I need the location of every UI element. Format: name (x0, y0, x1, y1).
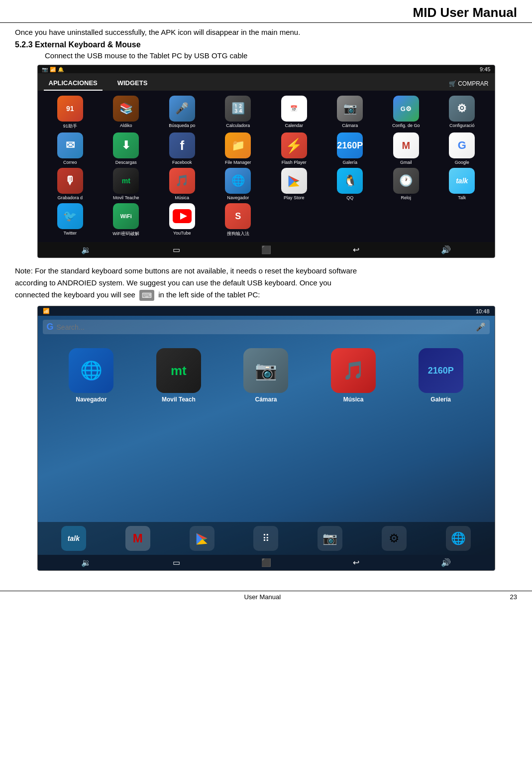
app-correo[interactable]: ✉ Correo (44, 132, 97, 165)
app-twitter[interactable]: 🐦 Twitter (44, 203, 97, 237)
app2-label-musica: Música (343, 396, 364, 403)
app-descargas[interactable]: ⬇ Descargas (100, 132, 153, 165)
app-label-camara: Cámara (342, 123, 358, 128)
app-calendar[interactable]: 📅 Calendar (268, 96, 321, 129)
app-config[interactable]: ⚙ Configuració (435, 96, 489, 129)
app-sougou[interactable]: S 搜狗输入法 (212, 203, 265, 237)
app-google[interactable]: G Google (435, 132, 489, 165)
app-91[interactable]: 91 91助手 (44, 96, 97, 129)
app-label-config-g: Config. de Go (392, 123, 420, 128)
statusbar2-signal: 📶 (43, 308, 50, 314)
app-icon-config: ⚙ (449, 96, 475, 122)
note-line4: in the left side of the tablet PC: (158, 290, 260, 299)
app2-galeria[interactable]: 2160P Galería (409, 348, 473, 512)
app-icon-playstore (281, 168, 307, 194)
app-busqueda[interactable]: 🎤 Búsqueda po (156, 96, 209, 129)
page-number: 23 (510, 593, 517, 601)
app-icon-filemanager: 📁 (225, 132, 251, 158)
app2-icon-camara: 📷 (243, 348, 288, 393)
nav2-home[interactable]: ⬛ (261, 558, 271, 567)
app-filemanager[interactable]: 📁 File Manager (212, 132, 265, 165)
app-label-playstore: Play Store (284, 195, 305, 200)
search-bar-2[interactable]: G 🎤 (43, 320, 490, 334)
app-grabadora[interactable]: 🎙 Grabadora d (44, 168, 97, 200)
dock-camera[interactable]: 📷 (318, 526, 342, 551)
app-label-reloj: Reloj (401, 195, 411, 200)
app2-label-movil: Movil Teach (162, 396, 196, 403)
tab-aplicaciones[interactable]: APLICACIONES (44, 76, 103, 91)
app-label-galeria: Galería (342, 160, 357, 165)
dock-apps[interactable]: ⠿ (253, 526, 278, 551)
app-flash[interactable]: ⚡ Flash Player (268, 132, 321, 165)
nav-home[interactable]: ⬛ (261, 245, 271, 255)
mic-icon-2[interactable]: 🎤 (476, 322, 486, 332)
nav-volume-up[interactable]: 🔊 (441, 245, 451, 255)
app-icon-descargas: ⬇ (113, 132, 139, 158)
app-musica[interactable]: 🎵 Música (156, 168, 209, 200)
app-gmail[interactable]: M Gmail (380, 132, 433, 165)
nav2-volume-up[interactable]: 🔊 (441, 558, 451, 567)
app-icon-91: 91 (57, 96, 83, 122)
intro-text: Once you have uninstalled successfully, … (15, 28, 517, 36)
nav2-volume-down[interactable]: 🔉 (81, 558, 91, 567)
dock-playstore[interactable] (190, 526, 214, 551)
app-label-google: Google (455, 160, 469, 165)
app-calc[interactable]: 🔢 Calculadora (212, 96, 265, 129)
app-label-grabadora: Grabadora d (57, 195, 83, 200)
app-label-musica: Música (175, 195, 189, 200)
app-movil[interactable]: mt Movil Teache (100, 168, 153, 200)
app-label-talk: Talk (458, 195, 466, 200)
app2-label-galeria: Galería (430, 396, 451, 403)
footer-center: User Manual (244, 593, 281, 601)
app2-navegador[interactable]: 🌐 Navegador (59, 348, 123, 512)
nav-volume-down[interactable]: 🔉 (81, 245, 91, 255)
tab-widgets[interactable]: WIDGETS (112, 76, 153, 91)
nav-menu[interactable]: ▭ (173, 245, 180, 255)
android-tabs: APLICACIONES WIDGETS 🛒 COMPRAR (38, 73, 495, 91)
app-navegador[interactable]: 🌐 Navegador (212, 168, 265, 200)
keyboard-icon (139, 290, 154, 301)
app-icon-twitter: 🐦 (57, 203, 83, 229)
app-talk[interactable]: talk Talk (435, 168, 489, 200)
app-galeria[interactable]: 2160P Galería (323, 132, 377, 165)
dock-settings[interactable]: ⚙ (382, 526, 407, 551)
app-icon-sougou: S (225, 203, 251, 229)
app-facebook[interactable]: f Facebook (156, 132, 209, 165)
app-icon-youtube (169, 203, 195, 229)
app-icon-facebook: f (169, 132, 195, 158)
bottom-dock-2: talk M ⠿ 📷 ⚙ 🌐 (38, 522, 495, 555)
app-label-correo: Correo (63, 160, 77, 165)
dock-gmail[interactable]: M (125, 526, 150, 551)
app2-movil[interactable]: mt Movil Teach (146, 348, 211, 512)
nav-back[interactable]: ↩ (353, 245, 359, 255)
dock-browser[interactable]: 🌐 (446, 526, 471, 551)
app-icon-grabadora: 🎙 (57, 168, 83, 194)
dock-talk[interactable]: talk (61, 526, 86, 551)
note-line3: connected the keyboard you will see (15, 290, 135, 299)
search-input-2[interactable] (57, 323, 476, 331)
app-icon-config-g: G⚙ (393, 96, 419, 122)
app-icon-galeria: 2160P (337, 132, 363, 158)
statusbar-left-icons: 📷 📶 🔔 (42, 67, 64, 72)
nav2-menu[interactable]: ▭ (173, 558, 180, 567)
app-icon-wifi: WiFi (113, 203, 139, 229)
app-label-flash: Flash Player (282, 160, 307, 165)
app2-camara[interactable]: 📷 Cámara (233, 348, 298, 512)
status-icon-2: 📶 (50, 67, 56, 72)
app-label-config: Configuració (449, 123, 475, 128)
android-main-2: G 🎤 🌐 Navegador mt Movil Teach 📷 Cámara (38, 316, 495, 555)
app-qq[interactable]: 🐧 QQ (323, 168, 377, 200)
google-g-icon: G (47, 322, 54, 332)
document-title: MID User Manual (413, 5, 518, 20)
nav2-back[interactable]: ↩ (353, 558, 359, 567)
app-aldiko[interactable]: 📚 Aldiko (100, 96, 153, 129)
statusbar-time: 9:45 (480, 66, 490, 72)
app2-musica[interactable]: 🎵 Música (321, 348, 386, 512)
app-youtube[interactable]: YouTube (156, 203, 209, 237)
app-reloj[interactable]: 🕐 Reloj (380, 168, 433, 200)
tab-comprar[interactable]: 🛒 COMPRAR (449, 76, 489, 91)
app-playstore[interactable]: Play Store (268, 168, 321, 200)
app-config-g[interactable]: G⚙ Config. de Go (380, 96, 433, 129)
app-wifi[interactable]: WiFi WiFi密码破解 (100, 203, 153, 237)
app-camara[interactable]: 📷 Cámara (323, 96, 377, 129)
